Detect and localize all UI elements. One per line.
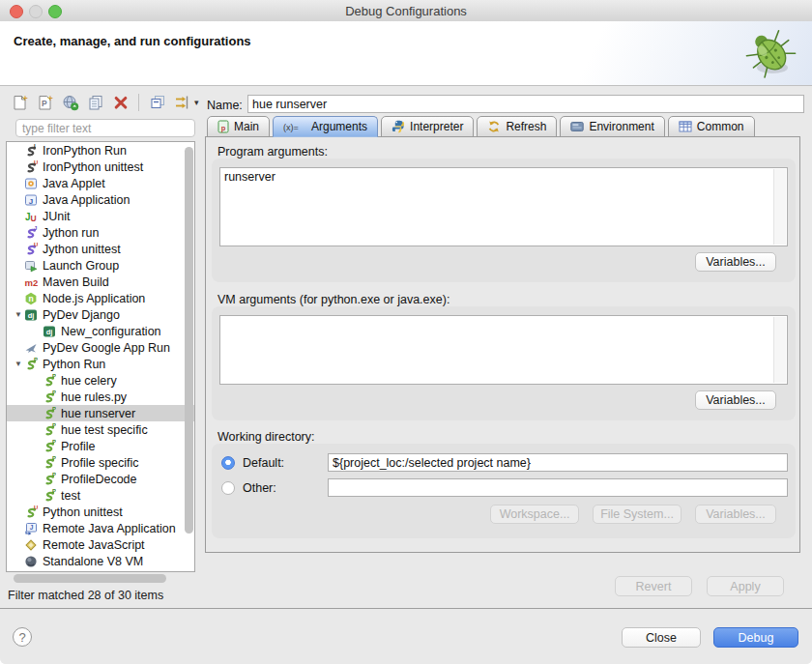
tree-item-label: Maven Build bbox=[43, 275, 109, 289]
environment-tab-icon bbox=[570, 120, 584, 133]
revert-button[interactable]: Revert bbox=[615, 576, 692, 596]
svg-text:P: P bbox=[52, 440, 56, 445]
other-radio[interactable] bbox=[221, 481, 235, 495]
tree-item[interactable]: PProfile specific bbox=[7, 454, 194, 471]
filter-icon[interactable] bbox=[172, 93, 192, 112]
scrollbar-thumb[interactable] bbox=[185, 147, 193, 534]
workspace-button[interactable]: Workspace... bbox=[490, 505, 579, 524]
default-directory-input[interactable] bbox=[328, 453, 788, 472]
tree-item-label: IronPython unittest bbox=[43, 160, 143, 174]
pydev-django-icon: dj bbox=[24, 308, 39, 322]
tab-main[interactable]: pMain bbox=[207, 116, 270, 137]
svg-text:P: P bbox=[52, 456, 56, 461]
tree-item[interactable]: UJython unittest bbox=[7, 241, 194, 257]
default-radio[interactable] bbox=[221, 456, 235, 470]
tree-item[interactable]: IIronPython Run bbox=[7, 142, 194, 159]
program-variables-button[interactable]: Variables... bbox=[695, 252, 776, 272]
svg-text:P: P bbox=[52, 423, 56, 428]
working-dir-variables-button[interactable]: Variables... bbox=[695, 505, 776, 524]
config-tree[interactable]: IIronPython RunUIronPython unittestJava … bbox=[6, 141, 195, 572]
remote-js-icon bbox=[24, 538, 39, 552]
tree-item[interactable]: Phue test specific bbox=[7, 421, 194, 438]
tree-item-label: ProfileDecode bbox=[61, 473, 137, 486]
tree-item[interactable]: JJython run bbox=[7, 224, 194, 241]
textarea-scrollbar[interactable] bbox=[773, 317, 786, 383]
svg-text:P: P bbox=[52, 473, 56, 477]
new-config-icon[interactable]: + bbox=[10, 93, 30, 112]
tree-item[interactable]: UPython unittest bbox=[7, 504, 194, 520]
window-title: Debug Configurations bbox=[0, 4, 812, 18]
program-arguments-textarea[interactable]: runserver bbox=[219, 167, 788, 246]
tab-arguments[interactable]: (x)=Arguments bbox=[273, 116, 378, 137]
help-icon[interactable]: ? bbox=[13, 627, 32, 647]
close-button[interactable]: Close bbox=[622, 627, 701, 648]
debug-button[interactable]: Debug bbox=[713, 627, 798, 648]
tree-vertical-scrollbar[interactable] bbox=[185, 145, 193, 568]
apply-button[interactable]: Apply bbox=[707, 576, 784, 596]
tab-environment[interactable]: Environment bbox=[560, 116, 664, 137]
working-directory-group: Default: Other: Workspace... File System… bbox=[212, 444, 796, 538]
tree-item[interactable]: nNode.js Application bbox=[7, 290, 194, 306]
tree-item[interactable]: ▼PPython Run bbox=[7, 356, 194, 372]
delete-icon[interactable] bbox=[110, 93, 130, 112]
common-tab-icon bbox=[679, 120, 692, 133]
tree-item[interactable]: JRemote Java Application bbox=[7, 520, 194, 536]
svg-text:U: U bbox=[34, 505, 38, 510]
tree-item[interactable]: PProfile bbox=[7, 438, 194, 454]
expand-arrow-icon[interactable]: ▼ bbox=[13, 310, 24, 319]
collapse-all-icon[interactable] bbox=[147, 93, 167, 112]
tree-item[interactable]: Standalone V8 VM bbox=[7, 553, 194, 569]
python-run-icon: P bbox=[43, 473, 57, 486]
tree-item[interactable]: ▼djPyDev Django bbox=[7, 306, 194, 323]
vm-arguments-textarea[interactable] bbox=[219, 315, 788, 385]
tree-item[interactable]: JJava Application bbox=[7, 191, 194, 208]
svg-text:+: + bbox=[22, 94, 27, 103]
dropdown-caret-icon[interactable]: ▾ bbox=[194, 98, 199, 107]
vm-arguments-group: Variables... bbox=[212, 306, 796, 420]
tree-item[interactable]: JUJUnit bbox=[7, 208, 194, 224]
tree-item[interactable]: PProfileDecode bbox=[7, 471, 194, 487]
titlebar[interactable]: Debug Configurations bbox=[0, 0, 812, 22]
svg-text:dj: dj bbox=[46, 328, 53, 336]
filter-status: Filter matched 28 of 30 items bbox=[8, 589, 163, 602]
filter-input[interactable] bbox=[15, 119, 195, 137]
tree-item-label: Profile bbox=[61, 440, 95, 453]
tree-item-label: PyDev Google App Run bbox=[43, 341, 170, 355]
name-label: Name: bbox=[207, 99, 243, 112]
new-prototype-icon[interactable]: P+ bbox=[35, 93, 55, 112]
export-config-icon[interactable] bbox=[60, 93, 80, 112]
tree-item-label: Java Application bbox=[43, 193, 130, 207]
name-input[interactable] bbox=[247, 95, 804, 113]
expand-arrow-icon[interactable]: ▼ bbox=[13, 360, 24, 368]
tab-common[interactable]: Common bbox=[668, 116, 755, 137]
file-system-button[interactable]: File System... bbox=[593, 505, 682, 524]
other-directory-input[interactable] bbox=[328, 478, 788, 497]
toolbar-separator bbox=[138, 94, 139, 111]
tree-item[interactable]: Launch Group bbox=[7, 257, 194, 274]
tab-interpreter[interactable]: Interpreter bbox=[381, 116, 474, 137]
tree-item[interactable]: Java Applet bbox=[7, 175, 194, 191]
svg-text:U: U bbox=[34, 243, 38, 247]
tab-refresh[interactable]: Refresh bbox=[477, 116, 557, 137]
tree-item[interactable]: djNew_configuration bbox=[7, 323, 194, 339]
tree-item[interactable]: Phue runserver bbox=[7, 405, 194, 421]
tree-item[interactable]: Remote JavaScript bbox=[7, 536, 194, 553]
duplicate-icon[interactable] bbox=[85, 93, 105, 112]
textarea-scrollbar[interactable] bbox=[773, 169, 786, 245]
svg-text:U: U bbox=[31, 213, 37, 222]
tree-item[interactable]: PyDev Google App Run bbox=[7, 339, 194, 356]
tree-item-label: test bbox=[61, 489, 80, 503]
ironpython-run-icon: I bbox=[24, 144, 39, 158]
tree-item[interactable]: Ptest bbox=[7, 487, 194, 504]
scrollbar-thumb[interactable] bbox=[14, 574, 166, 583]
tree-item[interactable]: m2Maven Build bbox=[7, 274, 194, 290]
jython-unittest-icon: U bbox=[24, 243, 39, 256]
tree-item-label: hue runserver bbox=[61, 407, 135, 420]
tree-item-label: Remote JavaScript bbox=[43, 538, 145, 552]
tree-item[interactable]: UIronPython unittest bbox=[7, 159, 194, 175]
tree-item-label: Jython run bbox=[43, 226, 99, 240]
tree-item[interactable]: Phue celery bbox=[7, 372, 194, 389]
tree-horizontal-scrollbar[interactable] bbox=[8, 574, 191, 583]
tree-item[interactable]: Phue rules.py bbox=[7, 389, 194, 405]
vm-variables-button[interactable]: Variables... bbox=[695, 390, 776, 410]
